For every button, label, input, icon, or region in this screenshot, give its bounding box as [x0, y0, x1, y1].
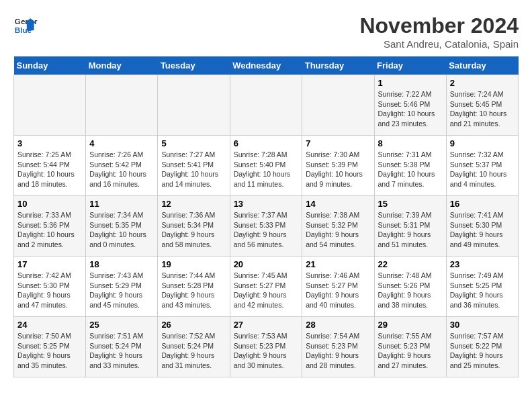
day-number: 26	[161, 320, 226, 330]
logo-icon: General Blue	[13, 13, 38, 38]
day-info: Sunrise: 7:55 AM Sunset: 5:23 PM Dayligh…	[378, 331, 443, 371]
day-header-thursday: Thursday	[302, 56, 374, 75]
day-info: Sunrise: 7:25 AM Sunset: 5:44 PM Dayligh…	[17, 150, 82, 189]
header: General Blue November 2024 Sant Andreu, …	[13, 13, 519, 50]
day-info: Sunrise: 7:52 AM Sunset: 5:24 PM Dayligh…	[161, 331, 226, 371]
calendar-cell: 11Sunrise: 7:34 AM Sunset: 5:35 PM Dayli…	[86, 196, 158, 257]
day-header-saturday: Saturday	[446, 56, 518, 75]
day-number: 2	[450, 78, 515, 88]
day-header-sunday: Sunday	[14, 56, 86, 75]
day-number: 14	[306, 199, 370, 209]
day-number: 13	[234, 199, 299, 209]
day-info: Sunrise: 7:31 AM Sunset: 5:38 PM Dayligh…	[378, 150, 443, 189]
calendar-cell: 29Sunrise: 7:55 AM Sunset: 5:23 PM Dayli…	[374, 317, 446, 377]
day-info: Sunrise: 7:57 AM Sunset: 5:22 PM Dayligh…	[450, 331, 515, 371]
calendar-cell: 14Sunrise: 7:38 AM Sunset: 5:32 PM Dayli…	[302, 196, 374, 257]
title-section: November 2024 Sant Andreu, Catalonia, Sp…	[359, 13, 519, 50]
day-number: 17	[17, 259, 82, 269]
calendar-cell: 25Sunrise: 7:51 AM Sunset: 5:24 PM Dayli…	[86, 317, 158, 377]
day-number: 19	[161, 259, 226, 269]
svg-text:General: General	[15, 17, 38, 26]
calendar-cell: 5Sunrise: 7:27 AM Sunset: 5:41 PM Daylig…	[158, 136, 230, 196]
calendar-week-3: 10Sunrise: 7:33 AM Sunset: 5:36 PM Dayli…	[14, 196, 519, 257]
calendar-cell	[158, 75, 230, 136]
day-info: Sunrise: 7:34 AM Sunset: 5:35 PM Dayligh…	[89, 210, 154, 250]
calendar-cell: 16Sunrise: 7:41 AM Sunset: 5:30 PM Dayli…	[446, 196, 518, 257]
day-info: Sunrise: 7:36 AM Sunset: 5:34 PM Dayligh…	[161, 210, 226, 250]
day-info: Sunrise: 7:32 AM Sunset: 5:37 PM Dayligh…	[450, 150, 515, 189]
calendar-cell: 4Sunrise: 7:26 AM Sunset: 5:42 PM Daylig…	[86, 136, 158, 196]
calendar-cell: 13Sunrise: 7:37 AM Sunset: 5:33 PM Dayli…	[230, 196, 302, 257]
calendar-cell: 26Sunrise: 7:52 AM Sunset: 5:24 PM Dayli…	[158, 317, 230, 377]
day-number: 23	[450, 259, 515, 269]
calendar-cell: 8Sunrise: 7:31 AM Sunset: 5:38 PM Daylig…	[374, 136, 446, 196]
day-info: Sunrise: 7:37 AM Sunset: 5:33 PM Dayligh…	[234, 210, 299, 250]
day-number: 22	[378, 259, 443, 269]
day-info: Sunrise: 7:41 AM Sunset: 5:30 PM Dayligh…	[450, 210, 515, 250]
day-number: 7	[306, 138, 370, 148]
calendar-cell: 27Sunrise: 7:53 AM Sunset: 5:23 PM Dayli…	[230, 317, 302, 377]
day-info: Sunrise: 7:44 AM Sunset: 5:28 PM Dayligh…	[161, 271, 226, 310]
day-number: 5	[161, 138, 226, 148]
day-number: 4	[89, 138, 154, 148]
day-number: 16	[450, 199, 515, 209]
calendar-cell: 9Sunrise: 7:32 AM Sunset: 5:37 PM Daylig…	[446, 136, 518, 196]
day-number: 21	[306, 259, 370, 269]
day-info: Sunrise: 7:45 AM Sunset: 5:27 PM Dayligh…	[234, 271, 299, 310]
calendar-week-4: 17Sunrise: 7:42 AM Sunset: 5:30 PM Dayli…	[14, 257, 519, 317]
day-info: Sunrise: 7:24 AM Sunset: 5:45 PM Dayligh…	[450, 89, 515, 129]
day-info: Sunrise: 7:27 AM Sunset: 5:41 PM Dayligh…	[161, 150, 226, 189]
day-info: Sunrise: 7:22 AM Sunset: 5:46 PM Dayligh…	[378, 89, 443, 129]
calendar-cell: 21Sunrise: 7:46 AM Sunset: 5:27 PM Dayli…	[302, 257, 374, 317]
day-number: 12	[161, 199, 226, 209]
calendar-cell: 15Sunrise: 7:39 AM Sunset: 5:31 PM Dayli…	[374, 196, 446, 257]
calendar-cell: 18Sunrise: 7:43 AM Sunset: 5:29 PM Dayli…	[86, 257, 158, 317]
day-header-friday: Friday	[374, 56, 446, 75]
day-info: Sunrise: 7:48 AM Sunset: 5:26 PM Dayligh…	[378, 271, 443, 310]
calendar-cell: 24Sunrise: 7:50 AM Sunset: 5:25 PM Dayli…	[14, 317, 86, 377]
calendar-week-1: 1Sunrise: 7:22 AM Sunset: 5:46 PM Daylig…	[14, 75, 519, 136]
calendar-cell: 7Sunrise: 7:30 AM Sunset: 5:39 PM Daylig…	[302, 136, 374, 196]
calendar-cell	[230, 75, 302, 136]
day-header-monday: Monday	[86, 56, 158, 75]
day-info: Sunrise: 7:43 AM Sunset: 5:29 PM Dayligh…	[89, 271, 154, 310]
logo: General Blue	[13, 13, 38, 38]
day-number: 3	[17, 138, 82, 148]
day-info: Sunrise: 7:50 AM Sunset: 5:25 PM Dayligh…	[17, 331, 82, 371]
calendar-cell: 12Sunrise: 7:36 AM Sunset: 5:34 PM Dayli…	[158, 196, 230, 257]
day-number: 28	[306, 320, 370, 330]
calendar-cell: 20Sunrise: 7:45 AM Sunset: 5:27 PM Dayli…	[230, 257, 302, 317]
day-info: Sunrise: 7:46 AM Sunset: 5:27 PM Dayligh…	[306, 271, 370, 310]
day-header-wednesday: Wednesday	[230, 56, 302, 75]
day-number: 29	[378, 320, 443, 330]
calendar-cell: 22Sunrise: 7:48 AM Sunset: 5:26 PM Dayli…	[374, 257, 446, 317]
day-info: Sunrise: 7:42 AM Sunset: 5:30 PM Dayligh…	[17, 271, 82, 310]
day-info: Sunrise: 7:51 AM Sunset: 5:24 PM Dayligh…	[89, 331, 154, 371]
day-number: 6	[234, 138, 299, 148]
day-number: 20	[234, 259, 299, 269]
calendar-cell: 30Sunrise: 7:57 AM Sunset: 5:22 PM Dayli…	[446, 317, 518, 377]
calendar-table: SundayMondayTuesdayWednesdayThursdayFrid…	[13, 56, 519, 377]
calendar-header-row: SundayMondayTuesdayWednesdayThursdayFrid…	[14, 56, 519, 75]
day-info: Sunrise: 7:49 AM Sunset: 5:25 PM Dayligh…	[450, 271, 515, 310]
calendar-cell	[14, 75, 86, 136]
calendar-cell: 28Sunrise: 7:54 AM Sunset: 5:23 PM Dayli…	[302, 317, 374, 377]
day-number: 8	[378, 138, 443, 148]
day-info: Sunrise: 7:26 AM Sunset: 5:42 PM Dayligh…	[89, 150, 154, 189]
day-info: Sunrise: 7:28 AM Sunset: 5:40 PM Dayligh…	[234, 150, 299, 189]
day-number: 9	[450, 138, 515, 148]
calendar-cell: 3Sunrise: 7:25 AM Sunset: 5:44 PM Daylig…	[14, 136, 86, 196]
day-info: Sunrise: 7:54 AM Sunset: 5:23 PM Dayligh…	[306, 331, 370, 371]
day-number: 24	[17, 320, 82, 330]
day-number: 18	[89, 259, 154, 269]
day-number: 10	[17, 199, 82, 209]
day-number: 15	[378, 199, 443, 209]
day-info: Sunrise: 7:30 AM Sunset: 5:39 PM Dayligh…	[306, 150, 370, 189]
day-number: 27	[234, 320, 299, 330]
calendar-cell	[302, 75, 374, 136]
day-info: Sunrise: 7:53 AM Sunset: 5:23 PM Dayligh…	[234, 331, 299, 371]
calendar-cell: 19Sunrise: 7:44 AM Sunset: 5:28 PM Dayli…	[158, 257, 230, 317]
page-title: November 2024	[359, 13, 519, 38]
day-number: 11	[89, 199, 154, 209]
calendar-cell: 17Sunrise: 7:42 AM Sunset: 5:30 PM Dayli…	[14, 257, 86, 317]
